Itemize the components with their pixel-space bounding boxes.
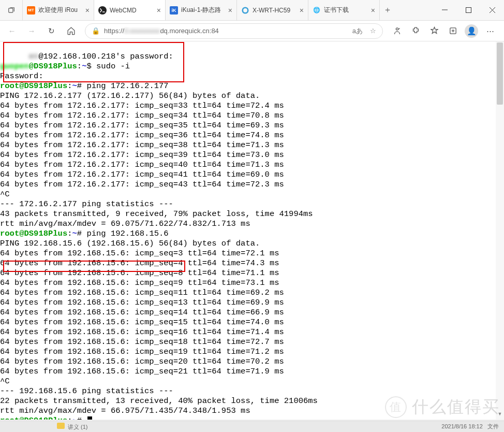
vertical-scrollbar[interactable]: ▲ ▼ — [496, 41, 504, 420]
favicon-terminal-icon — [98, 6, 107, 15]
extensions-button[interactable] — [407, 23, 424, 39]
scrollbar-thumb[interactable] — [497, 42, 503, 105]
browser-titlebar: MT 欢迎使用 iRou × WebCMD × iK iKuai-1-静态路 ×… — [0, 0, 504, 21]
tab-label: 证书下载 — [324, 6, 368, 15]
lock-icon: 🔒 — [92, 27, 100, 35]
svg-point-1 — [243, 7, 248, 13]
taskbar-clock: 2021/8/16 18:12 文件 — [441, 423, 499, 430]
address-bar[interactable]: 🔒 https://0.xxxxxxxxxdq.morequick.cn:84 … — [85, 23, 383, 39]
page-content: en@192.168.100.218's password: guopen@DS… — [0, 41, 504, 420]
tab-irou[interactable]: MT 欢迎使用 iRou × — [23, 0, 94, 20]
taskbar-fragment: 讲义 (1) 2021/8/16 18:12 文件 — [0, 421, 504, 432]
terminal-output[interactable]: en@192.168.100.218's password: guopen@DS… — [0, 41, 504, 420]
favicon-xwrt-icon — [241, 6, 249, 15]
svg-point-6 — [396, 28, 398, 30]
watermark-badge-icon: 值 — [385, 396, 407, 418]
back-button[interactable]: ← — [3, 23, 21, 39]
tab-webcmd[interactable]: WebCMD × — [94, 0, 166, 20]
close-window-button[interactable] — [480, 0, 504, 20]
new-tab-button[interactable]: ＋ — [380, 5, 395, 16]
watermark-text: 什么值得买 — [412, 396, 500, 419]
profile-button[interactable]: 👤 — [463, 23, 480, 39]
close-icon[interactable]: × — [228, 6, 232, 15]
favorite-button[interactable]: ☆ — [370, 27, 376, 35]
home-button[interactable] — [62, 23, 80, 39]
url-text: https://0.xxxxxxxxxdq.morequick.cn:84 — [104, 27, 348, 35]
refresh-button[interactable]: ↻ — [42, 23, 60, 39]
watermark: 值 什么值得买 — [385, 396, 500, 419]
tab-label: iKuai-1-静态路 — [181, 6, 225, 15]
svg-rect-0 — [8, 8, 12, 12]
tab-label: WebCMD — [110, 7, 154, 14]
favicon-ikuai-icon: iK — [170, 6, 178, 15]
tab-cert[interactable]: 🌐 证书下载 × — [308, 0, 380, 20]
close-icon[interactable]: × — [300, 6, 304, 15]
collections-button[interactable] — [444, 23, 462, 39]
tab-xwrt[interactable]: X-WRT-HC59 × — [237, 0, 308, 20]
favicon-mt-icon: MT — [27, 6, 35, 15]
menu-button[interactable]: ⋯ — [481, 23, 499, 39]
close-icon[interactable]: × — [371, 6, 375, 15]
minimize-button[interactable] — [433, 0, 456, 20]
close-icon[interactable]: × — [157, 6, 161, 15]
tracking-button[interactable] — [388, 23, 406, 39]
tab-label: X-WRT-HC59 — [253, 7, 297, 14]
window-controls — [433, 0, 504, 20]
favorites-button[interactable] — [425, 23, 443, 39]
tab-actions-button[interactable] — [0, 0, 23, 20]
tab-strip: MT 欢迎使用 iRou × WebCMD × iK iKuai-1-静态路 ×… — [0, 0, 433, 20]
terminal-cursor — [87, 416, 92, 420]
taskbar-folder: 讲义 (1) — [57, 423, 88, 431]
browser-toolbar: ← → ↻ 🔒 https://0.xxxxxxxxxdq.morequick.… — [0, 21, 504, 41]
close-icon[interactable]: × — [85, 6, 90, 15]
folder-icon — [57, 423, 65, 429]
favicon-globe-icon: 🌐 — [313, 6, 321, 15]
maximize-button[interactable] — [456, 0, 480, 20]
translate-button[interactable]: aあ — [352, 26, 363, 36]
tab-ikuai[interactable]: iK iKuai-1-静态路 × — [166, 0, 237, 20]
svg-rect-3 — [466, 8, 471, 13]
tab-label: 欢迎使用 iRou — [38, 6, 82, 15]
forward-button[interactable]: → — [23, 23, 40, 39]
